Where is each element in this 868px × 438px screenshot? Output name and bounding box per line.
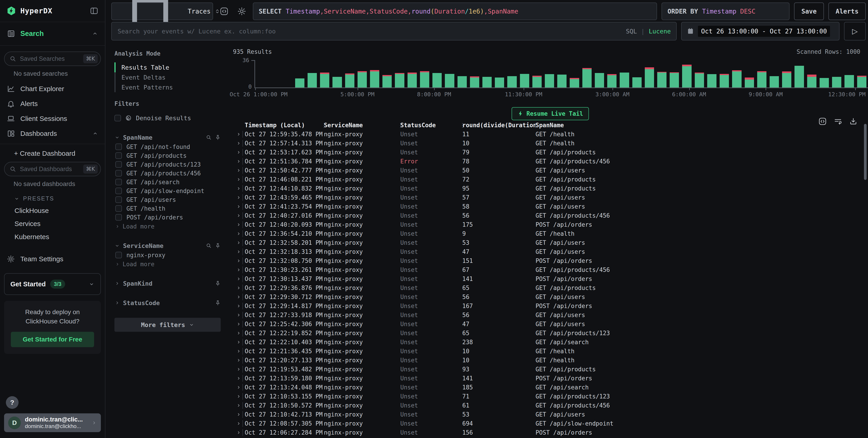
table-row[interactable]: Oct 27 12:08:57.305 PMnginx-proxyUnset69… <box>232 419 868 428</box>
load-more-button[interactable]: Load more <box>115 260 221 269</box>
filter-checkbox-item[interactable]: GET /api/slow-endpoint <box>115 187 221 195</box>
table-row[interactable]: Oct 27 12:10:42.713 PMnginx-proxyUnset53… <box>232 410 868 419</box>
row-expand-chevron[interactable] <box>235 150 243 155</box>
row-expand-chevron[interactable] <box>235 340 243 345</box>
event-search-input[interactable] <box>117 28 622 35</box>
row-expand-chevron[interactable] <box>235 385 243 390</box>
row-expand-chevron[interactable] <box>235 267 243 272</box>
row-expand-chevron[interactable] <box>235 168 243 173</box>
save-button[interactable]: Save <box>794 2 824 20</box>
row-expand-chevron[interactable] <box>235 231 243 236</box>
column-resize-handle[interactable]: ⋮ <box>460 122 465 129</box>
filter-group-header[interactable]: StatusCode <box>115 298 221 308</box>
saved-searches-search[interactable]: ⌘K <box>4 52 101 66</box>
order-by-input[interactable]: ORDER BYTimestamp DESC <box>661 2 789 20</box>
row-expand-chevron[interactable] <box>235 222 243 227</box>
row-expand-chevron[interactable] <box>235 295 243 299</box>
checkbox[interactable] <box>115 115 121 121</box>
filter-checkbox-item[interactable]: POST /api/orders <box>115 213 221 222</box>
table-row[interactable]: Oct 27 12:46:08.221 PMnginx-proxyUnset72… <box>232 175 868 184</box>
select-clause-input[interactable]: SELECTTimestamp,ServiceName,StatusCode,r… <box>253 2 657 20</box>
sidebar-item-dashboards[interactable]: Dashboards <box>4 126 101 141</box>
get-started-free-button[interactable]: Get Started for Free <box>11 332 94 347</box>
checkbox[interactable] <box>115 252 122 258</box>
table-row[interactable]: Oct 27 12:20:27.133 PMnginx-proxyUnset10… <box>232 356 868 365</box>
row-expand-chevron[interactable] <box>235 132 243 137</box>
sql-editor-toggle-button[interactable] <box>218 5 231 18</box>
table-row[interactable]: Oct 27 12:10:50.572 PMnginx-proxyUnset61… <box>232 401 868 410</box>
table-row[interactable]: Oct 27 12:30:23.261 PMnginx-proxyUnset67… <box>232 265 868 274</box>
row-expand-chevron[interactable] <box>235 249 243 254</box>
help-button[interactable]: ? <box>6 396 19 409</box>
load-more-button[interactable]: Load more <box>115 222 221 231</box>
table-row[interactable]: Oct 27 12:40:20.093 PMnginx-proxyUnset17… <box>232 220 868 229</box>
filter-checkbox-item[interactable]: GET /health <box>115 204 221 213</box>
checkbox[interactable] <box>115 205 122 212</box>
create-dashboard-button[interactable]: + Create Dashboard <box>4 146 101 162</box>
filter-checkbox-item[interactable]: GET /api/search <box>115 178 221 187</box>
analysis-mode-event-deltas[interactable]: Event Deltas <box>115 72 221 82</box>
table-row[interactable]: Oct 27 12:51:36.784 PMnginx-proxyError78… <box>232 157 868 166</box>
more-filters-button[interactable]: More filters <box>115 318 221 332</box>
table-row[interactable]: Oct 27 12:36:54.210 PMnginx-proxyUnset9G… <box>232 229 868 238</box>
row-expand-chevron[interactable] <box>235 349 243 354</box>
row-expand-chevron[interactable] <box>235 403 243 408</box>
table-row[interactable]: Oct 27 12:13:24.048 PMnginx-proxyUnset18… <box>232 383 868 392</box>
presets-toggle[interactable]: PRESETS <box>4 192 101 204</box>
lucene-toggle[interactable]: Lucene <box>649 28 671 35</box>
row-expand-chevron[interactable] <box>235 195 243 200</box>
table-row[interactable]: Oct 27 12:50:42.777 PMnginx-proxyUnset50… <box>232 166 868 175</box>
analysis-mode-results-table[interactable]: Results Table <box>115 62 221 72</box>
row-expand-chevron[interactable] <box>235 177 243 182</box>
user-menu[interactable]: D dominic.tran@clic... dominic.tran@clic… <box>4 413 101 432</box>
table-row[interactable]: Oct 27 12:27:33.918 PMnginx-proxyUnset56… <box>232 310 868 319</box>
table-row[interactable]: Oct 27 12:40:27.016 PMnginx-proxyUnset56… <box>232 211 868 220</box>
table-row[interactable]: Oct 27 12:29:36.876 PMnginx-proxyUnset65… <box>232 283 868 293</box>
row-expand-chevron[interactable] <box>235 376 243 381</box>
get-started-card[interactable]: Get Started 3/3 <box>4 273 101 295</box>
row-expand-chevron[interactable] <box>235 186 243 191</box>
checkbox[interactable] <box>115 179 122 185</box>
filter-group-header[interactable]: ServiceName <box>115 241 221 250</box>
row-expand-chevron[interactable] <box>235 367 243 372</box>
checkbox[interactable] <box>115 214 122 221</box>
row-expand-chevron[interactable] <box>235 159 243 164</box>
alerts-button[interactable]: Alerts <box>829 2 866 20</box>
filter-checkbox-item[interactable]: GET /api/products/123 <box>115 160 221 169</box>
filter-group-header[interactable]: SpanName <box>115 132 221 142</box>
table-row[interactable]: Oct 27 12:21:36.435 PMnginx-proxyUnset10… <box>232 347 868 356</box>
checkbox[interactable] <box>115 188 122 194</box>
event-search-box[interactable]: SQL | Lucene <box>111 22 677 40</box>
checkbox[interactable] <box>115 170 122 176</box>
filter-checkbox-item[interactable]: GET /api/users <box>115 195 221 204</box>
scrollbar-thumb[interactable] <box>864 124 867 180</box>
source-settings-button[interactable] <box>235 5 248 18</box>
row-expand-chevron[interactable] <box>235 358 243 363</box>
run-query-button[interactable]: ▷ <box>844 22 866 40</box>
table-row[interactable]: Oct 27 12:32:08.750 PMnginx-proxyUnset15… <box>232 256 868 265</box>
table-row[interactable]: Oct 27 12:29:30.712 PMnginx-proxyUnset56… <box>232 293 868 302</box>
filter-checkbox-item[interactable]: GET /api/products/456 <box>115 169 221 178</box>
sidebar-collapse-icon[interactable] <box>90 6 99 15</box>
saved-dashboards-field[interactable] <box>20 165 80 173</box>
row-expand-chevron[interactable] <box>235 258 243 263</box>
sidebar-item-services[interactable]: Services <box>4 217 101 230</box>
sidebar-item-kubernetes[interactable]: Kubernetes <box>4 230 101 243</box>
denoise-results-option[interactable]: Denoise Results <box>115 113 221 123</box>
row-expand-chevron[interactable] <box>235 276 243 281</box>
date-range-picker[interactable]: Oct 26 13:00:00 - Oct 27 13:00:00 <box>681 22 839 40</box>
table-row[interactable]: Oct 27 12:32:58.201 PMnginx-proxyUnset53… <box>232 238 868 247</box>
table-row[interactable]: Oct 27 12:10:53.155 PMnginx-proxyUnset71… <box>232 392 868 401</box>
source-select[interactable]: Traces <box>111 2 213 20</box>
row-expand-chevron[interactable] <box>235 331 243 336</box>
row-expand-chevron[interactable] <box>235 213 243 218</box>
table-row[interactable]: Oct 27 12:44:10.832 PMnginx-proxyUnset95… <box>232 184 868 193</box>
sidebar-item-client-sessions[interactable]: Client Sessions <box>4 111 101 126</box>
table-row[interactable]: Oct 27 12:59:35.478 PMnginx-proxyUnset11… <box>232 130 868 139</box>
column-resize-handle[interactable]: ⋮ <box>321 122 327 129</box>
checkbox[interactable] <box>115 152 122 159</box>
sidebar-item-chart-explorer[interactable]: Chart Explorer <box>4 81 101 96</box>
column-resize-handle[interactable]: ⋮ <box>398 122 403 129</box>
resume-live-tail-button[interactable]: Resume Live Tail <box>512 107 589 120</box>
row-expand-chevron[interactable] <box>235 412 243 417</box>
